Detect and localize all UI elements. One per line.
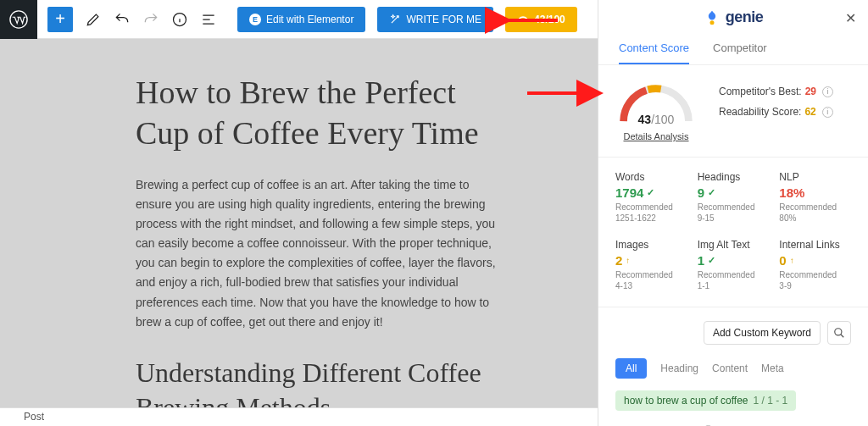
stat-value: 18% (779, 185, 804, 200)
genie-logo: genie (704, 8, 764, 26)
stat-value: 2 (615, 253, 622, 268)
arrow-up-icon: ↑ (626, 256, 630, 265)
elementor-icon: E (249, 14, 261, 25)
wordpress-icon (9, 10, 28, 29)
panel-tabs: Content Score Competitor (598, 31, 868, 65)
add-keyword-button[interactable]: Add Custom Keyword (704, 321, 821, 345)
info-icon[interactable] (171, 11, 188, 28)
annotation-arrow-1 (500, 12, 559, 31)
gauge-block: 43/100 Details Analysis (615, 80, 697, 141)
stat-value: 9 (698, 185, 704, 200)
divider (598, 307, 868, 307)
redo-icon[interactable] (142, 11, 159, 28)
panel-body: 43/100 Details Analysis Competitor's Bes… (598, 65, 868, 426)
readability-row: Readability Score: 62 i (719, 106, 851, 118)
stat-rec-label: Recommended (779, 202, 837, 212)
filter-row: All Heading Content Meta (615, 358, 851, 379)
stat-links: Internal Links 0↑ Recommended3-9 (779, 239, 851, 291)
editor-footer: Post (0, 407, 598, 426)
score-gauge (615, 80, 697, 126)
info-icon[interactable]: i (822, 107, 833, 118)
keyword-pill[interactable]: how to brew a cup of coffee 1 / 1 - 1 (615, 390, 796, 411)
search-icon (833, 327, 845, 339)
wordpress-logo[interactable] (0, 0, 37, 39)
stat-headings: Headings 9✓ Recommended9-15 (698, 171, 770, 224)
stat-alt: Img Alt Text 1✓ Recommended1-1 (698, 239, 770, 291)
stat-rec-label: Recommended (698, 270, 755, 279)
competitor-best-row: Competitor's Best: 29 i (719, 86, 851, 97)
stat-rec-label: Recommended (615, 270, 673, 279)
divider (598, 157, 868, 158)
svg-point-3 (835, 329, 842, 335)
elementor-label: Edit with Elementor (266, 14, 353, 25)
outline-icon[interactable] (200, 11, 217, 28)
info-icon[interactable]: i (822, 86, 833, 97)
tab-competitor[interactable]: Competitor (713, 35, 767, 64)
stat-words: Words 1794✓ Recommended1251-1622 (615, 171, 687, 224)
stat-value: 0 (779, 253, 786, 268)
edit-elementor-button[interactable]: E Edit with Elementor (237, 7, 365, 32)
post-title[interactable]: How to Brew the Perfect Cup of Coffee Ev… (136, 73, 509, 153)
keyword-toolbar: Add Custom Keyword (615, 321, 851, 345)
check-icon: ✓ (708, 255, 715, 266)
filter-content[interactable]: Content (712, 362, 748, 374)
check-icon: ✓ (708, 187, 715, 198)
editor-canvas: How to Brew the Perfect Cup of Coffee Ev… (0, 39, 598, 426)
stat-rec: 9-15 (698, 213, 715, 223)
arrow-up-icon: ↑ (790, 256, 794, 265)
genie-panel: genie ✕ Content Score Competitor 43/100 … (598, 0, 868, 426)
stat-rec: 3-9 (779, 281, 791, 290)
stat-nlp: NLP 18% Recommended80% (779, 171, 851, 224)
brand-text: genie (726, 8, 764, 26)
stat-images: Images 2↑ Recommended4-13 (615, 239, 687, 291)
comp-best-value: 29 (805, 86, 816, 97)
post-paragraph[interactable]: Brewing a perfect cup of coffee is an ar… (136, 175, 509, 332)
keyword-text: how to brew a cup of coffee (624, 395, 748, 407)
stat-rec: 80% (779, 213, 796, 223)
annotation-arrow-2 (526, 85, 602, 104)
stat-label: Images (615, 239, 687, 251)
panel-header: genie ✕ (598, 0, 868, 31)
keyword-count: 1 / 1 - 1 (754, 395, 788, 407)
filter-meta[interactable]: Meta (761, 362, 784, 374)
stat-rec: 4-13 (615, 281, 632, 290)
score-row: 43/100 Details Analysis Competitor's Bes… (615, 80, 851, 141)
svg-point-2 (709, 20, 714, 25)
undo-icon[interactable] (114, 11, 131, 28)
stat-rec-label: Recommended (779, 270, 837, 279)
toolbar-tools (85, 11, 217, 28)
close-icon[interactable]: ✕ (845, 10, 856, 26)
filter-all[interactable]: All (615, 358, 647, 379)
write-for-me-button[interactable]: WRITE FOR ME (377, 7, 493, 32)
stat-label: NLP (779, 171, 851, 183)
stat-rec-label: Recommended (698, 202, 755, 212)
magic-icon (389, 14, 401, 25)
edit-icon[interactable] (85, 11, 102, 28)
comp-best-label: Competitor's Best: (719, 86, 802, 97)
stat-label: Img Alt Text (698, 239, 770, 251)
stat-label: Words (615, 171, 687, 183)
stat-rec: 1-1 (698, 281, 709, 290)
score-side: Competitor's Best: 29 i Readability Scor… (719, 80, 851, 118)
stat-value: 1794 (615, 185, 643, 200)
stat-label: Headings (698, 171, 770, 183)
stat-rec: 1251-1622 (615, 213, 656, 223)
stat-rec-label: Recommended (615, 202, 673, 212)
add-block-button[interactable]: + (47, 7, 73, 32)
write-label: WRITE FOR ME (406, 14, 481, 25)
search-keyword-button[interactable] (827, 321, 851, 345)
readability-label: Readability Score: (719, 106, 801, 118)
readability-value: 62 (804, 106, 815, 118)
tab-content-score[interactable]: Content Score (619, 35, 689, 64)
check-icon: ✓ (647, 187, 654, 198)
filter-heading[interactable]: Heading (660, 362, 698, 374)
stats-grid: Words 1794✓ Recommended1251-1622 Heading… (615, 171, 851, 291)
details-analysis-link[interactable]: Details Analysis (623, 131, 688, 141)
stat-value: 1 (698, 253, 704, 268)
stat-label: Internal Links (779, 239, 851, 251)
genie-logo-icon (704, 9, 721, 26)
